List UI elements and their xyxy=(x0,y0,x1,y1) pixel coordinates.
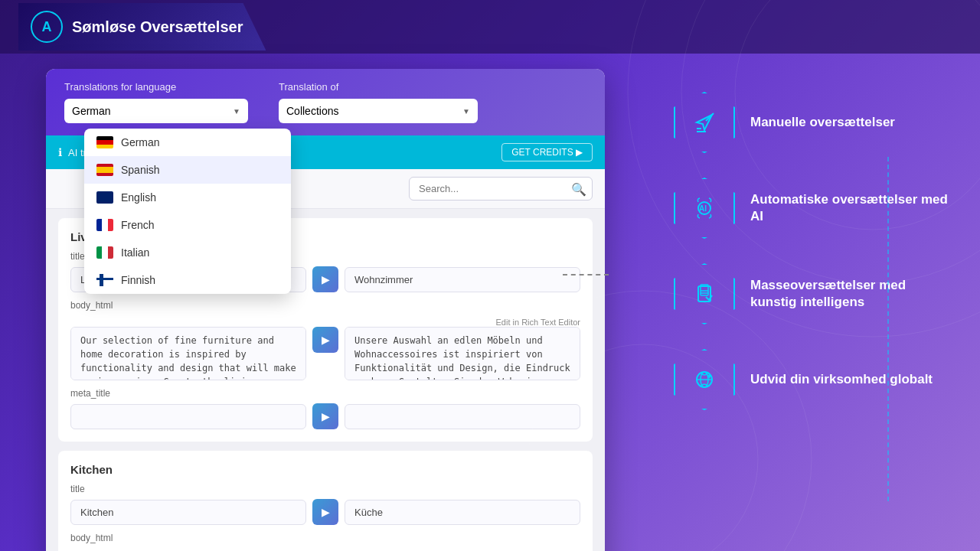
feature-manual-hex xyxy=(674,92,735,153)
kitchen-title-row: ▶ xyxy=(70,499,580,525)
kitchen-body-target-wrapper: Edit in Rich Text Editor xyxy=(327,548,580,551)
section-kitchen: Kitchen title ▶ body_html Edit in Rich T… xyxy=(58,451,593,551)
feature-global-hex xyxy=(674,349,735,410)
rich-text-hint[interactable]: Edit in Rich Text Editor xyxy=(327,318,580,327)
section-kitchen-title: Kitchen xyxy=(70,463,580,476)
feature-ai: AI Automatiske oversættelser med AI xyxy=(674,178,949,239)
flag-fr xyxy=(96,219,113,231)
feature-global: Udvid din virksomhed globalt xyxy=(674,349,949,410)
flag-de xyxy=(96,136,113,148)
collection-select-wrapper[interactable]: Collections Products Pages xyxy=(279,99,478,123)
feature-mass-hex xyxy=(674,263,735,324)
meta-title-translation-row: ▶ xyxy=(70,403,580,429)
dropdown-item-german[interactable]: German xyxy=(84,129,291,156)
kitchen-title-source[interactable] xyxy=(70,500,306,525)
language-finnish-label: Finnish xyxy=(121,274,155,286)
field-label-kitchen-body: body_html xyxy=(70,533,580,543)
living-room-body-source[interactable]: Our selection of fine furniture and home… xyxy=(70,327,306,380)
panel-header: Translations for language German Spanish… xyxy=(46,69,605,135)
translations-for-label: Translations for language xyxy=(64,81,248,93)
ai-icon: AI xyxy=(674,178,735,239)
feature-ai-text: Automatiske oversættelser med AI xyxy=(750,191,949,225)
language-select-wrapper[interactable]: German Spanish English French Italian Fi… xyxy=(64,99,248,123)
body-meta-row: Edit in Rich Text Editor xyxy=(70,315,580,327)
feature-manual: Manuelle oversættelser xyxy=(674,92,949,153)
collection-section: Translation of Collections Products Page… xyxy=(279,81,478,123)
body-translation-row: Our selection of fine furniture and home… xyxy=(70,327,580,380)
field-label-meta-title: meta_title xyxy=(70,388,580,399)
flag-es xyxy=(96,164,113,176)
search-icon[interactable]: 🔍 xyxy=(571,181,586,196)
kitchen-title-target[interactable] xyxy=(345,500,580,525)
language-french-label: French xyxy=(121,219,155,231)
field-label-kitchen-title: title xyxy=(70,484,580,494)
dashed-connector xyxy=(563,274,609,276)
language-select[interactable]: German Spanish English French Italian Fi… xyxy=(64,99,248,123)
global-icon xyxy=(674,349,735,410)
language-english-label: English xyxy=(121,191,156,204)
features-dashed-line xyxy=(887,157,889,501)
kitchen-body-meta-row: Edit in Rich Text Editor xyxy=(70,548,580,551)
dropdown-item-italian[interactable]: Italian xyxy=(84,239,291,266)
search-input-wrapper: 🔍 xyxy=(409,177,593,201)
search-input[interactable] xyxy=(409,177,593,201)
dropdown-item-spanish[interactable]: Spanish xyxy=(84,156,291,184)
header-inner: A Sømløse Oversættelser xyxy=(18,3,266,51)
language-italian-label: Italian xyxy=(121,246,149,259)
translate-meta-button[interactable]: ▶ xyxy=(312,403,338,429)
svg-text:AI: AI xyxy=(699,204,707,213)
info-icon: ℹ xyxy=(58,146,62,158)
body-target-wrapper: Edit in Rich Text Editor xyxy=(327,315,580,327)
living-room-title-target[interactable] xyxy=(345,267,580,292)
feature-ai-hex: AI xyxy=(674,178,735,239)
translation-of-label: Translation of xyxy=(279,81,478,93)
dropdown-item-english[interactable]: English xyxy=(84,184,291,211)
language-spanish-label: Spanish xyxy=(121,164,160,176)
dropdown-item-french[interactable]: French xyxy=(84,211,291,239)
feature-manual-text: Manuelle oversættelser xyxy=(750,114,895,131)
translate-kitchen-title-button[interactable]: ▶ xyxy=(312,499,338,525)
header: A Sømløse Oversættelser xyxy=(0,0,980,54)
language-german-label: German xyxy=(121,136,160,148)
field-label-body: body_html xyxy=(70,300,580,311)
app-title: Sømløse Oversættelser xyxy=(72,18,243,36)
mass-icon xyxy=(674,263,735,324)
language-dropdown: German Spanish English French Italian Fi… xyxy=(84,129,291,294)
translate-body-button[interactable]: ▶ xyxy=(312,327,338,353)
flag-fi xyxy=(96,274,113,286)
logo-icon: A xyxy=(31,11,63,43)
flag-en xyxy=(96,191,113,204)
manual-icon xyxy=(674,92,735,153)
living-room-body-target[interactable]: Unsere Auswahl an edlen Möbeln und Wohna… xyxy=(345,327,580,380)
feature-global-text: Udvid din virksomhed globalt xyxy=(750,371,933,388)
language-section: Translations for language German Spanish… xyxy=(64,81,248,123)
get-credits-button[interactable]: GET CREDITS ▶ xyxy=(501,143,593,161)
collection-select[interactable]: Collections Products Pages xyxy=(279,99,478,123)
feature-mass-text: Masseoversættelser med kunstig intellige… xyxy=(750,277,949,311)
flag-it xyxy=(96,246,113,259)
features-panel: Manuelle oversættelser AI Automatiske ov… xyxy=(674,92,949,410)
living-room-meta-source[interactable] xyxy=(70,404,306,429)
feature-mass: Masseoversættelser med kunstig intellige… xyxy=(674,263,949,324)
translate-title-button[interactable]: ▶ xyxy=(312,266,338,292)
living-room-meta-target[interactable] xyxy=(345,404,580,429)
dropdown-item-finnish[interactable]: Finnish xyxy=(84,266,291,294)
